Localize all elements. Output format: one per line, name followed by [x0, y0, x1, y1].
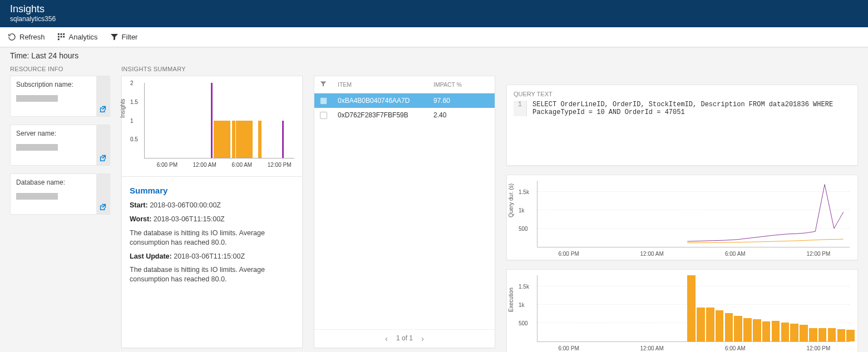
- x-tick: 12:00 PM: [268, 162, 292, 168]
- bar: [687, 275, 696, 341]
- filter-icon[interactable]: [320, 81, 338, 88]
- server-label: Server name:: [16, 130, 91, 137]
- query-text-card: QUERY TEXT 1 SELECT OrderLineID, OrderID…: [506, 85, 858, 166]
- open-external-icon: [99, 203, 107, 211]
- x-tick: 12:00 AM: [640, 345, 664, 351]
- svg-rect-5: [63, 36, 65, 38]
- items-pager: ‹ 1 of 1 ›: [314, 329, 495, 348]
- server-card: Server name:: [10, 125, 110, 166]
- summary-desc-1: The database is hitting its IO limits. A…: [130, 229, 294, 247]
- line-series: [687, 185, 844, 241]
- page-header: Insights sqlanalytics356: [0, 0, 868, 27]
- subscription-label: Subscription name:: [16, 81, 91, 88]
- y-tick: 1k: [519, 207, 525, 213]
- bar: [224, 121, 227, 158]
- bar: [716, 310, 724, 341]
- items-table-header: ITEM IMPACT %: [314, 76, 495, 93]
- y-tick: 1: [130, 117, 134, 123]
- x-tick: 6:00 PM: [558, 251, 579, 257]
- bar: [818, 328, 827, 341]
- bar: [697, 308, 705, 341]
- items-table-card: ITEM IMPACT % 0xBA4B0B040746AA7D97.600xD…: [314, 76, 495, 348]
- start-value: 2018-03-06T00:00:00Z: [150, 201, 221, 209]
- table-row[interactable]: 0xBA4B0B040746AA7D97.60: [314, 93, 495, 108]
- database-value-redacted: [16, 193, 58, 200]
- spike: [282, 121, 284, 158]
- bar: [846, 330, 855, 341]
- refresh-button[interactable]: Refresh: [8, 33, 45, 41]
- table-row[interactable]: 0xD762F283F7FBF59B2.40: [314, 108, 495, 122]
- line-series: [687, 239, 844, 243]
- items-column: . ITEM IMPACT % 0xBA4B0B040746AA7D97.600…: [314, 66, 495, 348]
- x-tick: 6:00 PM: [157, 162, 177, 168]
- refresh-label: Refresh: [19, 33, 45, 41]
- row-impact-value: 2.40: [433, 111, 489, 119]
- toolbar: Refresh Analytics Filter: [0, 27, 868, 47]
- bar: [246, 121, 249, 158]
- lastupd-label: Last Update:: [130, 252, 172, 260]
- x-tick: 12:00 AM: [640, 251, 664, 257]
- bar: [249, 121, 253, 158]
- x-tick: 12:00 AM: [193, 162, 216, 168]
- summary-heading: Summary: [130, 186, 294, 195]
- bar: [217, 121, 220, 158]
- bar: [772, 321, 780, 341]
- refresh-icon: [8, 33, 16, 41]
- y-tick: 500: [519, 320, 528, 326]
- worst-label: Worst:: [130, 215, 151, 223]
- code-gutter: 1: [514, 101, 527, 116]
- bar: [232, 121, 235, 158]
- filter-button[interactable]: Filter: [110, 33, 138, 41]
- bar: [706, 308, 714, 341]
- query-duration-chart: Query dur. (s) 5001k1.5k6:00 PM12:00 AM6…: [506, 175, 858, 260]
- pager-prev-button[interactable]: ‹: [385, 334, 388, 343]
- insights-summary-column: INSIGHTS SUMMARY Insights 0.511.526:00 P…: [121, 66, 303, 348]
- x-tick: 6:00 AM: [725, 345, 746, 351]
- svg-rect-4: [60, 36, 62, 38]
- row-item-value: 0xBA4B0B040746AA7D: [338, 97, 433, 105]
- svg-rect-1: [60, 33, 62, 35]
- x-tick: 12:00 PM: [806, 251, 830, 257]
- svg-rect-0: [57, 33, 59, 35]
- col-impact-header[interactable]: IMPACT %: [433, 81, 489, 88]
- bar: [762, 321, 771, 341]
- col-item-header[interactable]: ITEM: [338, 81, 433, 88]
- bar: [236, 121, 239, 158]
- svg-rect-2: [63, 33, 65, 35]
- start-label: Start:: [130, 201, 148, 209]
- insights-summary-body: Summary Start: 2018-03-06T00:00:00Z Wors…: [122, 181, 302, 295]
- bar: [743, 318, 752, 341]
- y-tick: 0.5: [130, 136, 138, 142]
- analytics-icon: [57, 33, 66, 41]
- row-impact-value: 97.60: [433, 97, 489, 105]
- bar: [239, 121, 243, 158]
- open-external-icon: [99, 154, 107, 162]
- y-tick: 2: [130, 80, 134, 86]
- analytics-button[interactable]: Analytics: [57, 33, 98, 41]
- server-value-redacted: [16, 144, 58, 151]
- lastupd-value: 2018-03-06T11:15:00Z: [174, 252, 245, 260]
- y-tick: 1.5: [130, 98, 138, 105]
- svg-rect-6: [57, 38, 59, 40]
- summary-desc-2: The database is hitting its IO limits. A…: [130, 265, 294, 284]
- spike: [211, 83, 213, 158]
- pager-next-button[interactable]: ›: [421, 334, 424, 343]
- y-tick: 500: [519, 225, 528, 231]
- insights-chart-ylabel: Insights: [120, 99, 126, 118]
- database-open-button[interactable]: [96, 174, 110, 214]
- server-open-button[interactable]: [96, 125, 110, 165]
- svg-rect-3: [57, 36, 59, 38]
- insights-mini-chart: Insights 0.511.526:00 PM12:00 AM6:00 AM1…: [122, 76, 302, 171]
- bar: [828, 328, 836, 341]
- bar: [227, 121, 230, 158]
- x-tick: 6:00 PM: [558, 345, 579, 351]
- bar: [258, 121, 262, 158]
- open-external-icon: [99, 105, 107, 113]
- subscription-open-button[interactable]: [96, 76, 110, 116]
- page-title: Insights: [10, 3, 858, 15]
- time-range-label: Time: Last 24 hours: [0, 47, 868, 63]
- x-tick: 6:00 AM: [725, 251, 746, 257]
- query-sql-text: SELECT OrderLineID, OrderID, StockItemID…: [527, 101, 851, 116]
- row-status-icon: [320, 97, 327, 105]
- query-text-heading: QUERY TEXT: [514, 91, 851, 97]
